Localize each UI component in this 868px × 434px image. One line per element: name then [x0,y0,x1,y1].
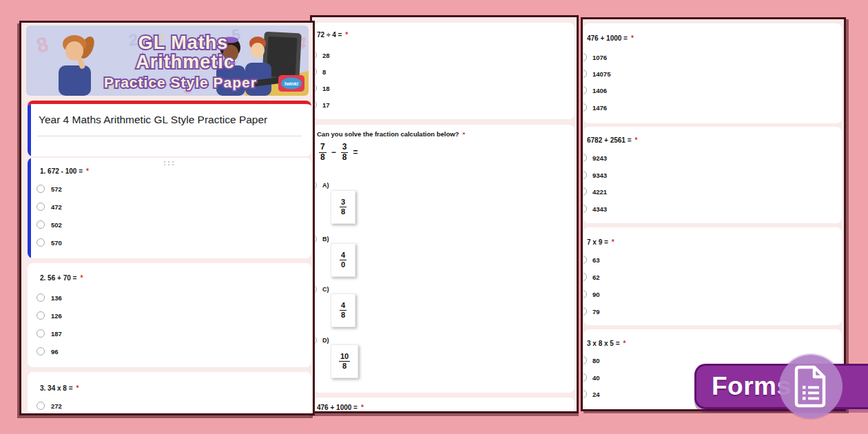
choice-fraction-image-c: 48 [331,293,355,327]
question-label: 7 x 9 =* [587,238,614,246]
radio-icon[interactable] [583,154,587,162]
option-label: 24 [592,391,600,398]
option-row[interactable]: 9243 [583,153,607,163]
question-label: 3. 34 x 8 =* [40,384,79,392]
option-row[interactable]: 17 [313,100,330,110]
option-row[interactable]: 96 [37,347,59,356]
option-row[interactable]: 126 [37,311,62,320]
required-asterisk: * [623,340,626,347]
option-label: 4221 [592,188,607,196]
question-card-q8: 7 x 9 =* 63 62 90 79 [583,227,842,325]
option-row[interactable]: 80 [583,355,600,365]
drag-handle-icon[interactable] [164,161,175,167]
choice-key-label: B) [322,236,329,242]
choice-key-label: C) [322,286,329,293]
radio-icon[interactable] [583,103,587,112]
required-asterisk: * [345,31,348,39]
option-label: 8 [322,68,326,76]
twinkl-logo: twinkl [278,75,304,92]
choice-fraction-image-b: 40 [331,243,355,277]
option-row[interactable]: 62 [583,272,600,282]
question-label: 72 ÷ 4 =* [317,31,348,39]
option-row[interactable]: 18 [313,83,330,93]
radio-icon[interactable] [583,70,587,78]
option-label: 62 [592,273,600,281]
radio-icon[interactable] [37,203,45,211]
choice-row-d[interactable]: D) [313,335,329,345]
option-row[interactable]: 14075 [583,69,610,79]
required-asterisk: * [86,167,89,175]
option-label: 80 [592,357,600,364]
radio-icon[interactable] [583,290,587,298]
option-row[interactable]: 40 [583,373,600,382]
question-card-q5-fraction: Can you solve the fraction calculation b… [313,125,575,393]
radio-icon[interactable] [583,407,587,409]
option-row[interactable]: 4343 [583,204,607,214]
option-label: 18 [322,85,330,92]
radio-icon[interactable] [583,390,587,398]
question-label: Can you solve the fraction calculation b… [317,130,465,138]
radio-icon[interactable] [37,402,45,410]
radio-icon[interactable] [37,220,45,229]
option-row[interactable]: 1406 [583,85,607,95]
option-label: 96 [51,348,59,355]
option-row[interactable]: 272 [37,401,62,411]
option-row[interactable]: 63 [583,255,600,265]
radio-icon[interactable] [37,311,45,320]
option-row[interactable]: 8 [313,67,326,76]
option-row[interactable]: 90 [583,289,600,299]
option-row[interactable]: 1476 [583,103,607,112]
option-row[interactable]: 187 [37,329,62,338]
required-asterisk: * [76,384,79,392]
choice-row-b[interactable]: B) [313,234,329,244]
choice-key-label: D) [322,337,329,344]
radio-icon[interactable] [583,307,587,316]
option-row[interactable]: 472 [37,202,62,211]
choice-row-a[interactable]: A) [313,180,329,190]
option-row[interactable]: 9343 [583,170,607,180]
radio-icon[interactable] [37,293,45,302]
option-row[interactable]: 502 [37,220,62,229]
option-label: 40 [592,374,600,382]
option-row[interactable]: 4221 [583,187,607,196]
option-label: 1076 [592,54,607,61]
title-divider [37,136,302,136]
radio-icon[interactable] [583,205,587,213]
required-asterisk: * [80,274,83,282]
option-row[interactable]: 120 [583,406,603,409]
radio-icon[interactable] [583,187,587,196]
question-card-q4: 72 ÷ 4 =* 28 8 18 17 [313,23,575,119]
option-row[interactable]: 1076 [583,52,607,62]
option-label: 272 [51,402,62,410]
option-row[interactable]: 28 [313,50,330,60]
radio-icon[interactable] [37,329,45,338]
radio-icon[interactable] [583,86,587,94]
choice-row-c[interactable]: C) [313,285,329,294]
radio-icon[interactable] [583,171,587,179]
radio-icon[interactable] [583,356,587,364]
option-label: 63 [592,256,600,264]
radio-icon[interactable] [583,53,587,61]
radio-icon[interactable] [583,373,587,382]
required-asterisk: * [635,136,638,144]
option-row[interactable]: 572 [37,184,62,194]
radio-icon[interactable] [37,347,45,355]
radio-icon[interactable] [37,185,45,193]
minus-sign: − [331,147,336,157]
option-row[interactable]: 24 [583,389,600,399]
option-label: 90 [592,291,600,298]
fraction: 38 [341,143,349,163]
form-page-right: 476 + 1000 =* 1076 14075 1406 1476 6782 … [581,17,846,411]
radio-icon[interactable] [37,238,45,247]
question-card-q1: 1. 672 - 100 =* 572 472 502 570 [28,158,311,258]
option-label: 4343 [592,205,607,213]
required-asterisk: * [612,238,614,246]
option-row[interactable]: 570 [37,238,62,247]
form-page-left: 8 6 2 9 3 5 7 4 [19,21,315,415]
radio-icon[interactable] [583,256,587,264]
option-row[interactable]: 79 [583,307,600,316]
option-row[interactable]: 136 [37,293,62,302]
choice-key-label: A) [322,182,329,189]
radio-icon[interactable] [583,273,587,281]
question-label: 476 + 1000 =* [587,34,634,42]
